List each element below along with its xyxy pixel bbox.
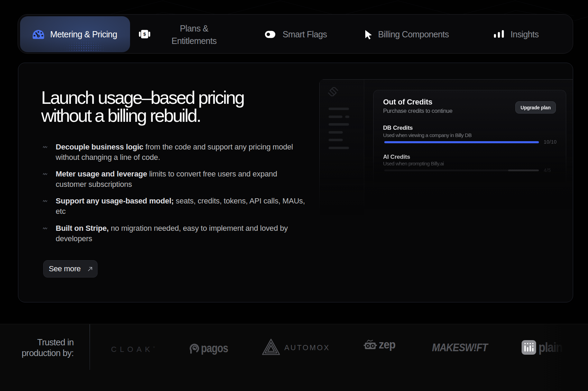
svg-text:AUTOMOX: AUTOMOX: [284, 344, 330, 352]
svg-text:pagos: pagos: [201, 343, 228, 355]
svg-text:zep: zep: [379, 340, 395, 351]
svg-text:$: $: [143, 31, 146, 37]
svg-text:MAKESW!FT: MAKESW!FT: [432, 341, 488, 353]
